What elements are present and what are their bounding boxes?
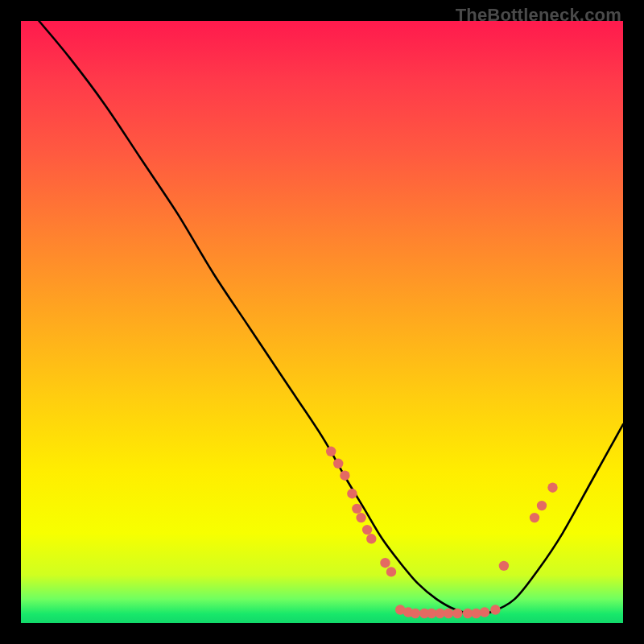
- data-point: [362, 525, 372, 535]
- data-points-group: [326, 447, 558, 619]
- data-point: [537, 501, 547, 510]
- chart-svg: [21, 21, 623, 623]
- data-point: [340, 471, 349, 481]
- data-point: [499, 561, 509, 571]
- data-point: [547, 483, 557, 493]
- data-point: [352, 504, 361, 514]
- bottleneck-curve: [39, 21, 623, 614]
- chart-frame: [21, 21, 623, 623]
- data-point: [347, 489, 357, 498]
- data-point: [386, 567, 396, 576]
- data-point: [411, 609, 420, 618]
- data-point: [333, 459, 343, 469]
- data-point: [452, 609, 462, 618]
- data-point: [380, 558, 390, 568]
- data-point: [366, 534, 376, 543]
- data-point: [480, 607, 489, 617]
- data-point: [356, 513, 365, 522]
- data-point: [530, 513, 539, 522]
- data-point: [444, 609, 453, 618]
- data-point: [490, 605, 500, 614]
- data-point: [471, 609, 481, 618]
- data-point: [326, 447, 336, 456]
